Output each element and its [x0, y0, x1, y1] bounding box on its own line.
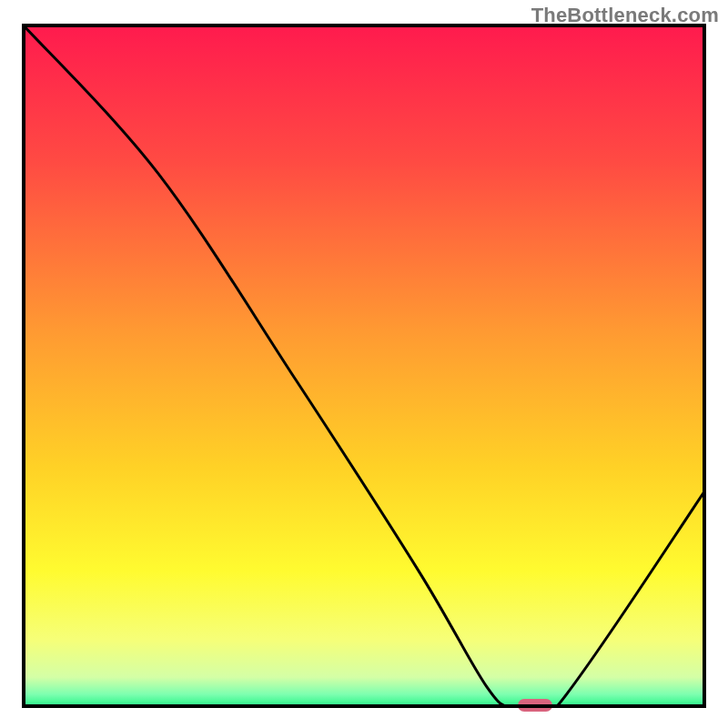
plot-area: [22, 24, 706, 708]
gradient-background: [22, 24, 706, 708]
optimum-marker: [518, 699, 552, 712]
svg-rect-0: [22, 24, 706, 708]
chart-container: TheBottleneck.com: [0, 0, 728, 728]
